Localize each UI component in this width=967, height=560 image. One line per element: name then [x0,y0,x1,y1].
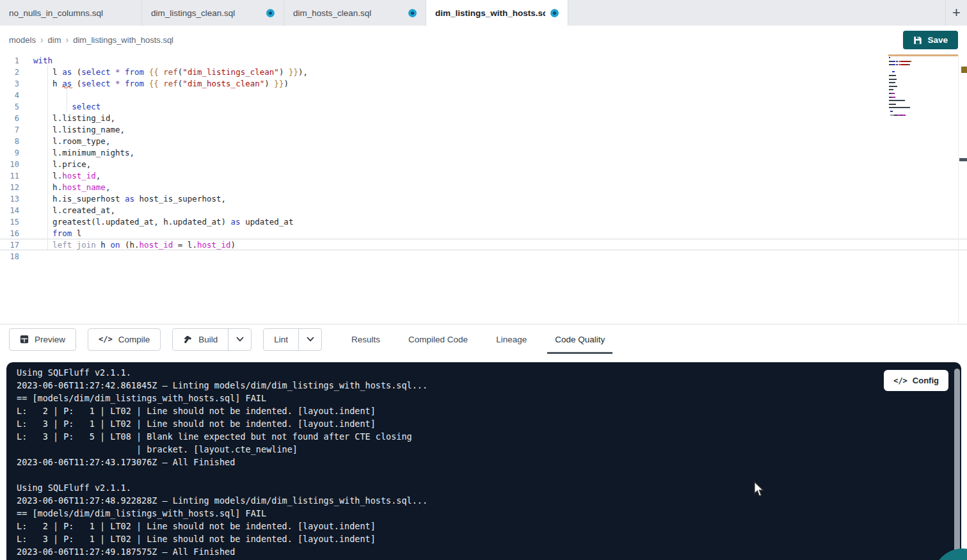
breadcrumb-separator-icon: › [66,35,69,45]
chevron-down-icon [236,337,244,342]
build-dropdown-toggle[interactable] [228,329,251,350]
code-editor[interactable]: 1with2 l as (select * from {{ ref("dim_l… [0,54,967,324]
code-token [120,79,125,88]
lint-dropdown-toggle[interactable] [298,329,321,350]
minimap-token [894,93,895,94]
toolbar-buttons: Preview</>CompileBuildLint [9,328,322,351]
code-token: , [106,182,111,192]
code-line[interactable]: 5 select [0,100,967,112]
minimap-line [889,79,957,80]
minimap-line [889,82,957,83]
config-button[interactable]: </> Config [884,370,948,391]
panel-tab-lineage[interactable]: Lineage [493,324,529,354]
code-text: l.price, [19,159,91,169]
line-number: 17 [0,239,19,250]
breadcrumb-bar: models›dim›dim_listings_with_hosts.sql S… [0,26,967,54]
unsaved-indicator-icon [408,9,417,17]
code-line[interactable]: 8 l.room_type, [0,135,967,147]
panel-tab-results[interactable]: Results [349,324,383,354]
editor-tab[interactable]: dim_listings_clean.sql [142,0,284,26]
code-text: l.room_type, [19,136,110,146]
compile-button[interactable]: </>Compile [88,328,161,351]
lint-button[interactable]: Lint [264,329,298,350]
terminal-line: Using SQLFluff v2.1.1. [17,481,961,494]
breadcrumb-item[interactable]: models [9,35,36,45]
breadcrumb-item[interactable]: dim_listings_with_hosts.sql [73,35,173,45]
code-token: select [81,79,110,88]
code-token: * [115,67,120,77]
code-icon: </> [893,376,907,385]
minimap[interactable] [889,57,957,122]
terminal-line: 2023-06-06T11:27:43.173076Z — All Finish… [17,456,961,468]
minimap-token [897,100,905,101]
editor-tab[interactable]: dim_listings_with_hosts.sql [426,0,568,26]
code-text: l.listing_name, [19,124,125,134]
code-line[interactable]: 11 l.host_id, [0,170,967,181]
panel-tab-compiled-code[interactable]: Compiled Code [406,324,470,354]
code-line[interactable]: 4 [0,89,967,100]
code-token: from [125,67,144,77]
code-token: select [81,67,110,77]
terminal-panel[interactable]: Using SQLFluff v2.1.1.2023-06-06T11:27:4… [6,362,961,560]
minimap-token [911,61,911,62]
breadcrumb-item[interactable]: dim [48,35,61,45]
minimap-token [892,111,893,112]
save-button[interactable]: Save [903,31,958,49]
line-number: 3 [0,78,19,88]
code-text: greatest(l.updated_at, h.updated_at) as … [19,216,293,227]
code-token: ref [163,79,178,88]
chevron-down-icon [307,337,314,342]
panel-tabs: ResultsCompiled CodeLineageCode Quality [349,324,607,354]
code-token: ) [231,240,236,250]
line-number: 7 [0,124,19,134]
code-text: from l [19,228,81,238]
minimap-token [909,64,910,65]
minimap-token [901,61,909,62]
code-line[interactable]: 17 left join h on (h.host_id = l.host_id… [0,239,967,250]
minimap-line [889,89,957,90]
code-token: greatest(l.updated_at, h.updated_at) [33,217,231,227]
minimap-line [889,61,957,62]
plus-icon: + [952,4,961,21]
terminal-output: Using SQLFluff v2.1.1.2023-06-06T11:27:4… [6,362,961,558]
code-line[interactable]: 2 l as (select * from {{ ref("dim_listin… [0,66,967,77]
line-number: 10 [0,159,19,169]
code-line[interactable]: 7 l.listing_name, [0,124,967,135]
code-line[interactable]: 13 h.is_superhost as host_is_superhost, [0,193,967,204]
terminal-line: 2023-06-06T11:27:49.187575Z — All Finish… [17,545,961,558]
code-line[interactable]: 9 l.minimum_nights, [0,147,967,158]
code-token: as [125,194,134,204]
new-tab-button[interactable]: + [945,0,967,26]
code-token: left join [52,240,96,250]
code-line[interactable]: 12 h.host_name, [0,181,967,193]
code-token: }} [289,67,298,77]
code-line[interactable]: 1with [0,54,967,66]
line-number: 1 [0,55,19,65]
minimap-token [889,100,897,101]
terminal-line: == [models/dim/dim_listings_with_hosts.s… [17,392,961,404]
editor-tab[interactable]: dim_hosts_clean.sql [284,0,426,26]
preview-button[interactable]: Preview [9,328,76,351]
terminal-scrollbar[interactable] [954,369,960,557]
code-token [110,79,115,88]
unsaved-indicator-icon [266,9,275,17]
code-line[interactable]: 10 l.price, [0,158,967,170]
code-line[interactable]: 15 greatest(l.updated_at, h.updated_at) … [0,216,967,227]
code-line[interactable]: 16 from l [0,227,967,239]
code-line[interactable]: 3 h as (select * from {{ ref("dim_hosts_… [0,77,967,89]
config-label: Config [913,376,939,385]
code-line[interactable]: 14 l.created_at, [0,204,967,216]
compile-label: Compile [118,335,150,344]
lint-squiggle-icon [62,85,72,88]
build-button[interactable]: Build [173,329,228,350]
code-line[interactable]: 18 [0,250,967,262]
editor-tab[interactable]: no_nulls_in_columns.sql [0,0,142,26]
overview-ruler[interactable] [958,54,967,324]
hammer-icon [183,335,193,344]
code-line[interactable]: 6 l.listing_id, [0,112,967,124]
code-token: {{ [149,67,164,77]
code-token [144,67,149,77]
code-token: host_id [140,240,173,250]
line-number: 12 [0,182,19,192]
panel-tab-code-quality[interactable]: Code Quality [552,324,607,354]
